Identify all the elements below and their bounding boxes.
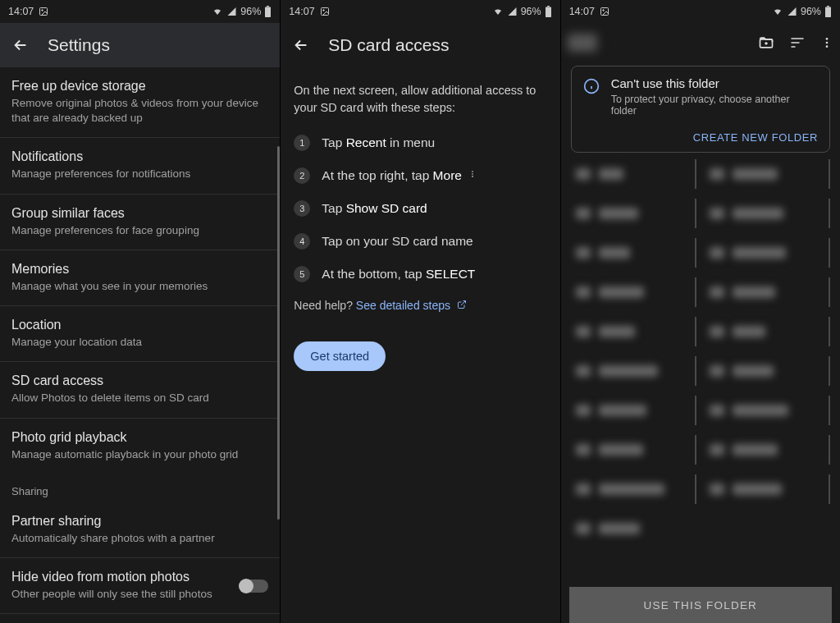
folder-grid-blurred: [561, 159, 840, 543]
info-title: Can't use this folder: [611, 76, 818, 90]
image-notification-icon: [320, 7, 330, 16]
step-number: 2: [294, 167, 310, 184]
settings-item-group-faces[interactable]: Group similar faces Manage preferences f…: [0, 195, 280, 250]
li-sub: Other people will only see the still pho…: [11, 587, 212, 602]
svg-rect-3: [267, 6, 269, 7]
svg-point-12: [603, 10, 605, 11]
battery-text: 96%: [801, 6, 821, 17]
li-sub: Manage preferences for face grouping: [11, 223, 268, 238]
svg-point-17: [826, 42, 829, 44]
folder-item[interactable]: [705, 356, 830, 386]
info-card: Can't use this folder To protect your pr…: [571, 66, 830, 153]
section-header-sharing: Sharing: [0, 474, 280, 502]
li-sub: Manage preferences for notifications: [11, 167, 268, 181]
app-bar: Settings: [0, 23, 280, 67]
clock: 14:07: [569, 6, 595, 17]
use-this-folder-button[interactable]: USE THIS FOLDER: [569, 587, 832, 623]
li-sub: Manage automatic playback in your photo …: [11, 447, 268, 462]
back-icon[interactable]: [11, 36, 30, 54]
folder-item[interactable]: [571, 435, 696, 465]
status-bar: 14:07 96%: [281, 0, 559, 23]
wifi-icon: [212, 7, 223, 16]
li-title: Photo grid playback: [11, 430, 268, 445]
li-sub: Manage what you see in your memories: [11, 279, 268, 294]
folder-item[interactable]: [705, 396, 830, 425]
folder-item[interactable]: [571, 356, 696, 386]
settings-item-notifications[interactable]: Notifications Manage preferences for not…: [0, 138, 280, 194]
folder-item[interactable]: [571, 238, 696, 268]
step-text: Tap on your SD card name: [322, 234, 472, 248]
settings-item-photo-grid-playback[interactable]: Photo grid playback Manage automatic pla…: [0, 419, 280, 474]
folder-item[interactable]: [571, 474, 696, 504]
svg-point-5: [322, 10, 324, 11]
signal-icon: [787, 7, 797, 16]
svg-rect-0: [40, 8, 48, 16]
step-text: Tap: [322, 135, 345, 149]
status-bar: 14:07 96%: [0, 0, 280, 23]
settings-item-partner-sharing[interactable]: Partner sharing Automatically share phot…: [0, 502, 280, 558]
li-title: Free up device storage: [11, 79, 268, 94]
settings-item-sd-card-access[interactable]: SD card access Allow Photos to delete it…: [0, 362, 280, 418]
svg-rect-4: [321, 8, 328, 16]
folder-item[interactable]: [705, 159, 830, 189]
folder-item[interactable]: [571, 159, 696, 189]
step-bold: Recent: [346, 135, 386, 149]
clock: 14:07: [289, 6, 314, 17]
li-title: Group similar faces: [11, 206, 268, 221]
settings-item-memories[interactable]: Memories Manage what you see in your mem…: [0, 250, 280, 306]
help-text: Need help? See detailed steps: [281, 291, 559, 320]
steps-list: 1 Tap Recent in menu 2 At the top right,…: [281, 126, 559, 291]
help-link[interactable]: See detailed steps: [356, 299, 450, 312]
step-bold: More: [433, 168, 462, 182]
sort-icon[interactable]: [789, 34, 806, 51]
settings-item-location[interactable]: Location Manage your location data: [0, 306, 280, 362]
folder-item[interactable]: [571, 277, 696, 307]
get-started-button[interactable]: Get started: [294, 341, 386, 371]
back-icon[interactable]: [292, 36, 310, 54]
settings-item-free-up-storage[interactable]: Free up device storage Remove original p…: [0, 67, 280, 138]
settings-list: Free up device storage Remove original p…: [0, 67, 280, 623]
svg-point-18: [826, 45, 829, 48]
folder-item[interactable]: [705, 199, 830, 228]
step-bold: Show SD card: [346, 201, 427, 215]
more-vert-icon[interactable]: [820, 34, 833, 51]
folder-item[interactable]: [571, 317, 696, 346]
help-prefix: Need help?: [294, 299, 356, 312]
settings-item-skipped-suggestions[interactable]: Skipped suggestions: [0, 614, 280, 623]
wifi-icon: [492, 7, 504, 16]
li-sub: Manage your location data: [11, 335, 268, 350]
svg-point-1: [42, 10, 43, 11]
step-number: 1: [294, 135, 310, 151]
step-number: 3: [294, 200, 310, 217]
battery-icon: [824, 6, 832, 17]
step-bold: SELECT: [426, 267, 475, 281]
step-4: 4 Tap on your SD card name: [294, 225, 546, 258]
more-vert-icon: [468, 168, 477, 182]
app-bar: SD card access: [281, 23, 559, 67]
step-5: 5 At the bottom, tap SELECT: [294, 258, 546, 291]
signal-icon: [226, 7, 237, 16]
folder-item[interactable]: [705, 277, 830, 307]
intro-text: On the next screen, allow additional acc…: [281, 67, 559, 126]
settings-item-hide-video[interactable]: Hide video from motion photos Other peop…: [0, 558, 280, 614]
folder-item[interactable]: [705, 474, 830, 504]
folder-item[interactable]: [705, 435, 830, 465]
create-new-folder-button[interactable]: CREATE NEW FOLDER: [583, 131, 818, 144]
svg-point-16: [826, 38, 829, 40]
li-title: Hide video from motion photos: [11, 570, 212, 584]
location-chip-blurred: [568, 34, 597, 52]
battery-text: 96%: [240, 6, 261, 17]
svg-point-9: [472, 173, 473, 175]
folder-item[interactable]: [571, 199, 696, 228]
toggle-switch[interactable]: [240, 579, 268, 593]
li-title: Location: [11, 318, 268, 332]
folder-item[interactable]: [705, 238, 830, 268]
folder-item[interactable]: [571, 396, 696, 425]
svg-rect-13: [825, 7, 831, 17]
li-title: Memories: [11, 262, 268, 277]
folder-item[interactable]: [571, 514, 696, 543]
new-folder-icon[interactable]: [758, 34, 774, 51]
svg-point-10: [472, 176, 473, 177]
external-link-icon: [454, 299, 467, 312]
folder-item[interactable]: [705, 317, 830, 346]
